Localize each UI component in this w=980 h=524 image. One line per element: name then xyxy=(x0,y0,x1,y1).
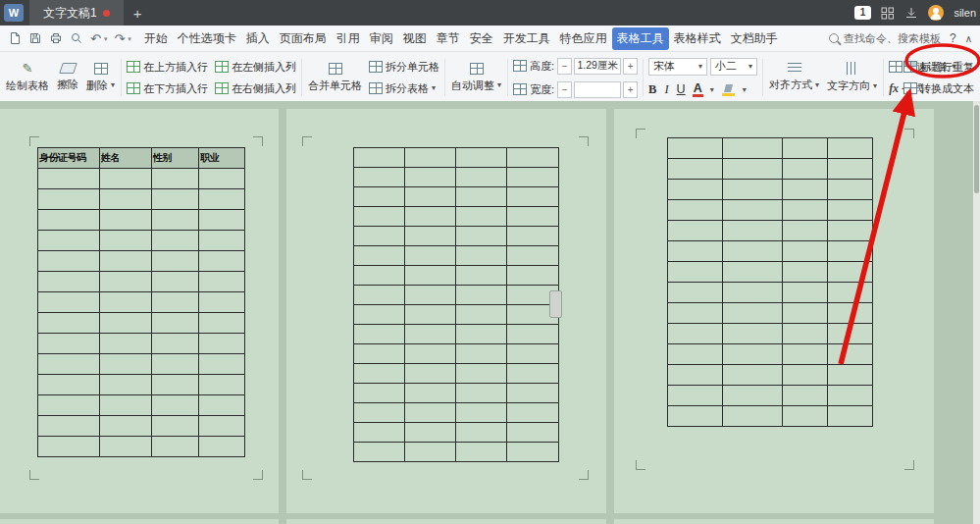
table-cell[interactable] xyxy=(38,169,99,188)
insert-col-right-button[interactable]: 在右侧插入列 xyxy=(215,81,296,96)
apps-icon[interactable] xyxy=(881,7,895,20)
table-cell[interactable] xyxy=(354,325,404,343)
table-cell[interactable] xyxy=(354,187,404,206)
table-cell[interactable] xyxy=(828,221,872,240)
menu-item-文档助手[interactable]: 文档助手 xyxy=(726,27,783,50)
menu-item-视图[interactable]: 视图 xyxy=(398,27,432,50)
table-cell[interactable] xyxy=(38,334,99,353)
table-cell[interactable] xyxy=(828,324,872,343)
split-table-button[interactable]: 拆分表格 ▾ xyxy=(369,81,439,96)
print-preview-icon[interactable] xyxy=(70,31,83,45)
table-cell[interactable] xyxy=(100,395,151,415)
table-cell[interactable] xyxy=(668,324,722,343)
table-cell[interactable] xyxy=(100,189,151,209)
table-cell[interactable] xyxy=(783,303,827,323)
table-cell[interactable] xyxy=(199,416,244,436)
table-cell[interactable] xyxy=(405,344,455,363)
table-cell[interactable] xyxy=(152,437,198,456)
table-cell[interactable] xyxy=(783,180,827,199)
table-cell[interactable] xyxy=(199,375,244,394)
table-cell[interactable] xyxy=(668,406,722,426)
table-cell[interactable] xyxy=(507,148,558,167)
table-cell[interactable] xyxy=(723,324,782,343)
table-cell[interactable] xyxy=(199,437,244,456)
table-cell[interactable] xyxy=(828,344,872,364)
table-cell[interactable] xyxy=(723,283,782,302)
table-cell[interactable] xyxy=(723,262,782,282)
font-color-caret-icon[interactable]: ▾ xyxy=(710,86,714,94)
table-cell[interactable] xyxy=(199,251,244,271)
new-file-icon[interactable] xyxy=(8,31,22,45)
height-increase-button[interactable]: + xyxy=(623,58,638,75)
table-cell[interactable] xyxy=(405,187,455,206)
table-cell[interactable] xyxy=(38,375,99,394)
vertical-scrollbar[interactable] xyxy=(973,101,980,524)
table-cell[interactable] xyxy=(507,207,558,226)
table-cell[interactable] xyxy=(507,246,558,265)
table-cell[interactable] xyxy=(507,384,558,402)
table-cell[interactable] xyxy=(828,200,872,220)
help-icon[interactable]: ? xyxy=(950,31,956,45)
document-tab[interactable]: 文字文稿1 xyxy=(29,0,124,26)
table-cell[interactable] xyxy=(507,325,558,343)
table-cell[interactable] xyxy=(354,227,404,245)
menu-item-页面布局[interactable]: 页面布局 xyxy=(275,27,332,50)
table-cell[interactable] xyxy=(354,168,404,186)
table-cell[interactable] xyxy=(152,395,198,415)
table-cell[interactable] xyxy=(668,344,722,364)
draw-table-button[interactable]: ✎ 绘制表格 xyxy=(2,53,53,102)
convert-to-text-button[interactable]: 转换成文本 xyxy=(903,81,974,96)
width-decrease-button[interactable]: − xyxy=(557,81,572,98)
table-cell[interactable] xyxy=(354,403,404,422)
table-cell[interactable] xyxy=(199,231,244,250)
table-cell[interactable] xyxy=(456,364,506,383)
table-cell[interactable] xyxy=(354,207,404,226)
table-cell[interactable] xyxy=(723,365,782,385)
table-cell[interactable] xyxy=(354,286,404,304)
table-cell[interactable] xyxy=(38,251,99,271)
highlight-caret-icon[interactable]: ▾ xyxy=(743,86,747,94)
table-cell[interactable] xyxy=(828,406,872,426)
table-cell[interactable] xyxy=(783,159,827,179)
table-cell[interactable] xyxy=(152,251,198,271)
table-cell[interactable] xyxy=(456,423,506,442)
table-cell[interactable] xyxy=(405,423,455,442)
table-cell[interactable] xyxy=(100,354,151,374)
table-cell[interactable] xyxy=(783,283,827,302)
menu-item-个性选项卡[interactable]: 个性选项卡 xyxy=(173,27,241,50)
table-cell[interactable] xyxy=(152,334,198,353)
height-decrease-button[interactable]: − xyxy=(557,58,572,75)
table-cell[interactable] xyxy=(723,303,782,323)
table-cell[interactable] xyxy=(354,246,404,265)
menu-item-引用[interactable]: 引用 xyxy=(332,27,365,50)
table-cell[interactable] xyxy=(456,207,506,226)
table-cell[interactable] xyxy=(405,148,455,167)
table-cell[interactable] xyxy=(152,416,198,436)
table-cell[interactable] xyxy=(668,386,722,405)
table-cell[interactable] xyxy=(38,292,99,312)
table-cell[interactable] xyxy=(456,246,506,265)
table-cell[interactable] xyxy=(783,138,827,158)
table-cell[interactable] xyxy=(199,189,244,209)
table-cell[interactable] xyxy=(100,313,151,333)
table-cell[interactable] xyxy=(668,159,722,179)
table-cell[interactable] xyxy=(405,384,455,402)
table-cell[interactable] xyxy=(723,406,782,426)
delete-button[interactable]: 删除▾ xyxy=(82,53,119,102)
menu-item-表格工具[interactable]: 表格工具 xyxy=(612,27,669,50)
table-cell[interactable] xyxy=(456,187,506,206)
table-cell[interactable] xyxy=(783,200,827,220)
underline-button[interactable]: U xyxy=(677,83,686,96)
table-cell[interactable] xyxy=(668,180,722,199)
table-cell[interactable] xyxy=(507,227,558,245)
table-cell[interactable] xyxy=(38,313,99,333)
user-name[interactable]: silen xyxy=(954,7,976,19)
redo-caret-icon[interactable]: ▾ xyxy=(128,35,131,42)
download-icon[interactable] xyxy=(904,7,918,20)
table-cell[interactable] xyxy=(668,283,722,302)
table-cell[interactable] xyxy=(405,246,455,265)
table-cell[interactable] xyxy=(507,168,558,186)
new-tab-button[interactable]: + xyxy=(124,6,152,21)
search-command-box[interactable]: 查找命令、搜索模板 xyxy=(829,31,941,46)
table-cell[interactable] xyxy=(783,344,827,364)
